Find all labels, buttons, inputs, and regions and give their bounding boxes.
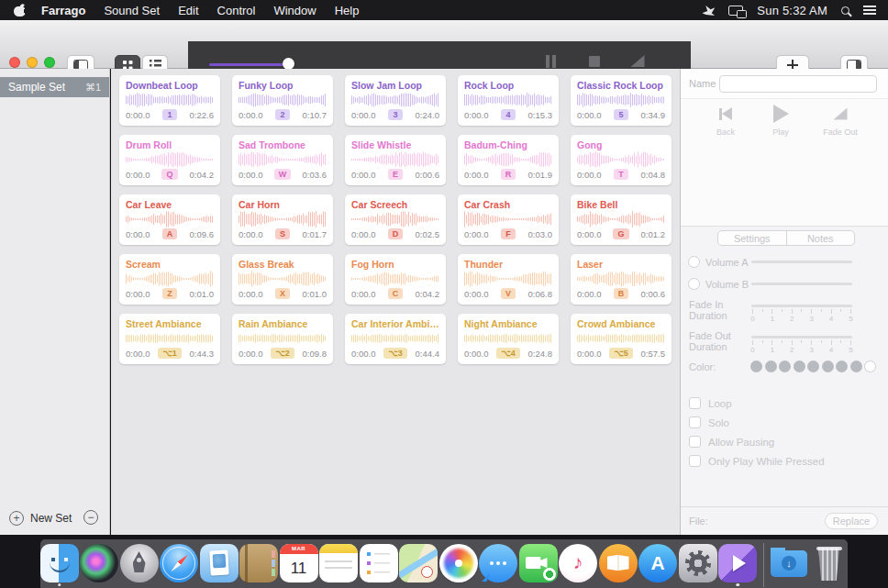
- dock-icon-notes[interactable]: [319, 544, 358, 582]
- options-group: LoopSoloAllow PausingOnly Play While Pre…: [689, 397, 825, 474]
- dock-icon-photos[interactable]: [439, 544, 478, 582]
- minimize-window-button[interactable]: [27, 57, 38, 68]
- search-icon[interactable]: [841, 6, 849, 15]
- sound-tile[interactable]: Glass Break 0:00.0 X 0:01.0: [232, 254, 333, 305]
- apple-menu-icon[interactable]: [14, 4, 26, 17]
- menu-control[interactable]: Control: [208, 4, 265, 17]
- sound-tile[interactable]: Sad Trombone 0:00.0 W 0:03.6: [232, 135, 333, 185]
- dock-icon-trash[interactable]: [810, 544, 849, 582]
- menu-help[interactable]: Help: [326, 4, 369, 17]
- sound-duration: 0:04.2: [190, 170, 214, 180]
- menu-sound-set[interactable]: Sound Set: [94, 4, 169, 17]
- dock-icon-mail[interactable]: [200, 544, 239, 582]
- zoom-window-button[interactable]: [44, 57, 55, 68]
- dock-icon-contacts[interactable]: [239, 544, 278, 582]
- dock-icon-downloads[interactable]: [770, 544, 808, 582]
- menubar-extra-icon[interactable]: [702, 5, 715, 16]
- sound-tile[interactable]: Slide Whistle 0:00.0 E 0:00.6: [345, 135, 446, 185]
- sound-tile[interactable]: Car Screech 0:00.0 D 0:02.5: [345, 194, 446, 245]
- sound-title: Slow Jam Loop: [345, 75, 446, 91]
- sound-tile[interactable]: Drum Roll 0:00.0 Q 0:04.2: [119, 135, 220, 185]
- sound-tile[interactable]: Night Ambiance 0:00.0 ⌥4 0:24.8: [458, 314, 559, 364]
- dock-icon-itunes[interactable]: [559, 544, 597, 582]
- sound-tile[interactable]: Funky Loop 0:00.0 2 0:10.7: [232, 75, 333, 126]
- checkbox-solo[interactable]: Solo: [689, 416, 825, 428]
- checkbox-only-play-while-pressed[interactable]: Only Play While Pressed: [689, 455, 825, 467]
- dock-icon-reminders[interactable]: [360, 544, 398, 582]
- play-button[interactable]: Play: [755, 104, 806, 137]
- dock-icon-finder[interactable]: [40, 544, 79, 582]
- checkbox-loop[interactable]: Loop: [689, 397, 825, 409]
- dock-icon-appstore[interactable]: [638, 544, 677, 582]
- sound-tile[interactable]: Rain Ambiance 0:00.0 ⌥2 0:09.8: [232, 314, 333, 364]
- sound-tile[interactable]: Crowd Ambiance 0:00.0 ⌥5 0:57.5: [571, 314, 672, 364]
- color-swatch[interactable]: [864, 361, 876, 372]
- sound-tile[interactable]: Downbeat Loop 0:00.0 1 0:22.6: [119, 75, 220, 126]
- volume-b-radio[interactable]: [688, 278, 700, 290]
- menubar-app-name[interactable]: Farrago: [32, 4, 94, 17]
- dock-icon-maps[interactable]: [399, 544, 438, 582]
- sound-name-input[interactable]: [719, 75, 877, 93]
- menu-edit[interactable]: Edit: [169, 4, 207, 17]
- dock-icon-calendar[interactable]: MAR11: [280, 544, 318, 582]
- color-swatch[interactable]: [822, 361, 834, 372]
- checkbox-icon[interactable]: [689, 416, 701, 428]
- checkbox-allow-pausing[interactable]: Allow Pausing: [689, 436, 825, 448]
- color-swatch[interactable]: [850, 361, 862, 372]
- sidebar-item-sample-set[interactable]: Sample Set ⌘1: [0, 77, 109, 97]
- fade-out-duration-slider[interactable]: 012345: [751, 330, 852, 358]
- sound-tile[interactable]: Street Ambiance 0:00.0 ⌥1 0:44.3: [119, 314, 220, 364]
- sound-tile[interactable]: Car Leave 0:00.0 A 0:09.6: [119, 194, 220, 245]
- color-swatch[interactable]: [750, 361, 762, 372]
- dock-icon-facetime[interactable]: [519, 544, 558, 582]
- color-swatch[interactable]: [779, 361, 791, 372]
- dock-icon-ibooks[interactable]: [599, 544, 638, 582]
- dock-icon-safari[interactable]: [160, 544, 198, 582]
- dock-icon-siri[interactable]: [80, 544, 118, 582]
- color-swatch[interactable]: [836, 361, 848, 372]
- color-swatch[interactable]: [807, 361, 819, 372]
- checkbox-icon[interactable]: [689, 436, 701, 448]
- fade-out-button[interactable]: Fade Out: [815, 104, 866, 137]
- sound-duration: 0:24.8: [528, 349, 552, 359]
- dock-icon-sysprefs[interactable]: [679, 544, 717, 582]
- volume-b-slider[interactable]: [751, 283, 852, 285]
- checkbox-icon[interactable]: [689, 455, 701, 467]
- tab-settings[interactable]: Settings: [718, 231, 786, 245]
- sound-tile[interactable]: Thunder 0:00.0 V 0:06.8: [458, 254, 559, 305]
- fade-in-duration-slider[interactable]: 012345: [751, 299, 852, 327]
- sound-tile[interactable]: Rock Loop 0:00.0 4 0:15.3: [458, 75, 559, 126]
- close-window-button[interactable]: [9, 57, 20, 68]
- sound-duration: 0:57.5: [641, 349, 665, 359]
- menu-window[interactable]: Window: [264, 4, 325, 17]
- volume-a-radio[interactable]: [688, 256, 700, 268]
- back-button[interactable]: Back: [700, 104, 751, 137]
- sound-tile[interactable]: Bike Bell 0:00.0 G 0:01.2: [571, 194, 672, 245]
- replace-button[interactable]: Replace: [825, 513, 878, 529]
- dock-icon-farrago[interactable]: [718, 544, 757, 582]
- sound-tile[interactable]: Car Crash 0:00.0 F 0:03.0: [458, 194, 559, 245]
- master-volume-track[interactable]: [209, 63, 290, 66]
- sound-tile[interactable]: Classic Rock Loop 0:00.0 5 0:34.9: [571, 75, 672, 126]
- sound-tile[interactable]: Badum-Ching 0:00.0 R 0:01.9: [458, 135, 559, 185]
- dock-icon-messages[interactable]: [479, 544, 517, 582]
- new-set-button[interactable]: + New Set: [9, 511, 72, 526]
- sound-tile[interactable]: Laser 0:00.0 B 0:00.6: [571, 254, 672, 305]
- tab-notes[interactable]: Notes: [786, 231, 855, 245]
- color-swatch[interactable]: [794, 361, 805, 372]
- sound-tile[interactable]: Car Interior Ambi… 0:00.0 ⌥3 0:44.4: [345, 314, 446, 364]
- sound-tile[interactable]: Slow Jam Loop 0:00.0 3 0:24.0: [345, 75, 446, 126]
- checkbox-icon[interactable]: [689, 397, 701, 409]
- sound-start-time: 0:00.0: [126, 349, 150, 359]
- notification-center-icon[interactable]: [863, 6, 876, 15]
- sound-tile[interactable]: Gong 0:00.0 T 0:04.8: [571, 135, 672, 185]
- remove-set-button[interactable]: −: [83, 510, 98, 525]
- menubar-clock[interactable]: Sun 5:32 AM: [757, 4, 827, 17]
- displays-icon[interactable]: [728, 6, 743, 16]
- sound-tile[interactable]: Car Horn 0:00.0 S 0:01.7: [232, 194, 333, 245]
- color-swatch[interactable]: [765, 361, 777, 372]
- dock-icon-launchpad[interactable]: [120, 544, 159, 582]
- sound-tile[interactable]: Fog Horn 0:00.0 C 0:04.2: [345, 254, 446, 305]
- sound-tile[interactable]: Scream 0:00.0 Z 0:01.0: [119, 254, 220, 305]
- volume-a-slider[interactable]: [751, 261, 852, 263]
